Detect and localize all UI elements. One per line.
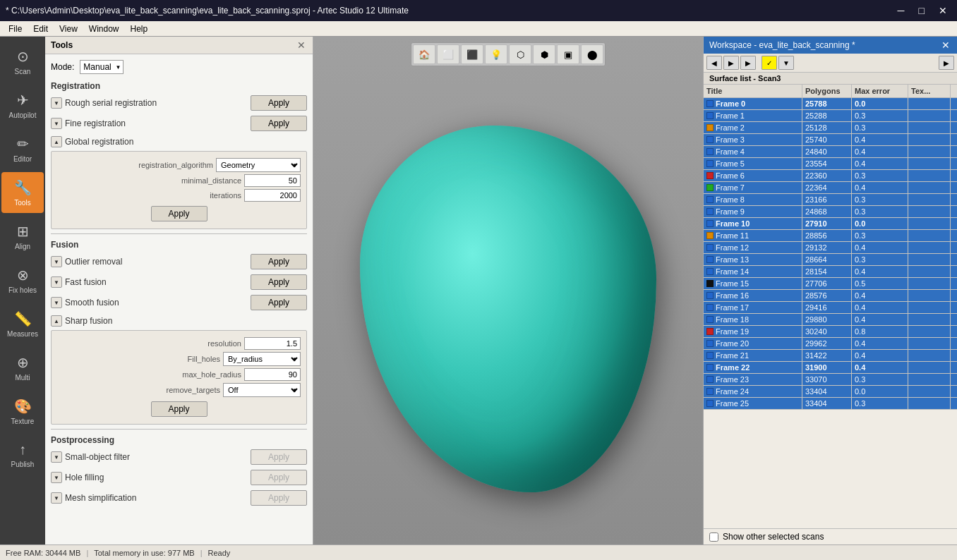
shaded-button[interactable]: ⬤ [581,44,603,64]
global-reg-collapse[interactable]: ▲ [51,136,62,147]
iso-view-button[interactable]: ⬛ [461,44,483,64]
viewport[interactable]: 🏠 ⬜ ⬛ 💡 ⬡ ⬢ ▣ ⬤ [313,37,703,544]
table-row[interactable]: Frame 11 28856 0.3 [704,230,957,242]
show-other-checkbox[interactable] [709,532,718,542]
hole-filling-collapse[interactable]: ▼ [51,472,62,483]
ws-check-button[interactable]: ✓ [762,56,777,70]
iterations-input[interactable] [244,189,301,202]
small-object-collapse[interactable]: ▼ [51,451,62,463]
sharp-fusion-collapse[interactable]: ▲ [51,315,62,327]
fine-reg-collapse[interactable]: ▼ [51,118,62,129]
algorithm-select[interactable]: Geometry Texture Geometry+Texture [216,158,301,172]
frame-polygons-cell: 22364 [802,182,852,193]
home-view-button[interactable]: 🏠 [413,44,435,64]
front-view-button[interactable]: ⬜ [437,44,459,64]
table-row[interactable]: Frame 4 24840 0.4 [704,146,957,158]
frame-name: Frame 3 [716,135,745,144]
workspace-close-button[interactable]: ✕ [940,39,951,51]
table-row[interactable]: Frame 9 24868 0.3 [704,206,957,218]
maximize-button[interactable]: □ [915,4,929,18]
table-row[interactable]: Frame 15 27706 0.5 [704,278,957,290]
frame-color-swatch [706,124,714,131]
close-button[interactable]: ✕ [934,4,951,18]
fast-fusion-collapse[interactable]: ▼ [51,276,62,288]
table-row[interactable]: Frame 2 25128 0.3 [704,122,957,134]
ws-forward-button[interactable]: ▶ [723,56,739,70]
menu-view[interactable]: View [54,23,83,35]
resolution-input[interactable] [244,337,301,350]
table-row[interactable]: Frame 8 23166 0.3 [704,194,957,206]
tools-close-button[interactable]: ✕ [296,39,307,51]
smooth-fusion-collapse[interactable]: ▼ [51,297,62,308]
table-row[interactable]: Frame 17 29416 0.4 [704,302,957,314]
sidebar-item-tools[interactable]: 🔧 Tools [1,172,44,213]
table-row[interactable]: Frame 7 22364 0.4 [704,182,957,194]
title-text: * C:\Users\Admin\Desktop\eva_lite_back_s… [6,6,409,16]
remove-targets-select[interactable]: Off On [223,383,301,397]
table-row[interactable]: Frame 23 33070 0.3 [704,374,957,386]
hole-filling-row: ▼ Hole filling Apply [51,468,307,487]
table-row[interactable]: Frame 18 29880 0.4 [704,314,957,326]
outlier-collapse[interactable]: ▼ [51,256,62,267]
menu-file[interactable]: File [3,23,28,35]
solid-button[interactable]: ⬢ [533,44,555,64]
smooth-fusion-apply-button[interactable]: Apply [251,295,307,310]
minimize-button[interactable]: ─ [893,4,909,18]
table-row[interactable]: Frame 12 29132 0.4 [704,242,957,254]
wireframe-button[interactable]: ⬡ [509,44,531,64]
ws-back-button[interactable]: ◀ [706,56,722,70]
sidebar-item-editor[interactable]: ✏ Editor [1,128,44,169]
menu-help[interactable]: Help [125,23,154,35]
fine-reg-apply-button[interactable]: Apply [251,116,307,131]
mode-select[interactable]: Manual Auto [80,60,124,74]
ws-dropdown-button[interactable]: ▼ [778,56,794,70]
fill-holes-select[interactable]: By_radius All None [223,352,301,366]
table-row[interactable]: Frame 24 33404 0.0 [704,386,957,398]
sidebar-item-measures[interactable]: 📏 Measures [1,303,44,344]
global-reg-apply-button[interactable]: Apply [151,206,207,221]
table-row[interactable]: Frame 22 31900 0.4 [704,362,957,374]
sidebar-item-scan[interactable]: ⊙ Scan [1,41,44,82]
texture-view-button[interactable]: ▣ [557,44,579,64]
frame-tex-cell [908,242,951,253]
sidebar-item-publish[interactable]: ↑ Publish [1,434,44,475]
table-row[interactable]: Frame 0 25788 0.0 [704,98,957,110]
table-row[interactable]: Frame 14 28154 0.4 [704,266,957,278]
table-row[interactable]: Frame 16 28576 0.4 [704,290,957,302]
sidebar-item-autopilot[interactable]: ✈ Autopilot [1,85,44,126]
max-hole-radius-input[interactable] [244,368,301,381]
table-row[interactable]: Frame 3 25740 0.4 [704,134,957,146]
ws-play2-button[interactable]: ▶ [939,56,954,70]
sidebar-item-texture[interactable]: 🎨 Texture [1,391,44,432]
min-distance-input[interactable] [244,174,301,187]
menu-window[interactable]: Window [83,23,125,35]
sidebar-item-align[interactable]: ⊞ Align [1,216,44,257]
table-row[interactable]: Frame 19 30240 0.8 [704,326,957,338]
table-row[interactable]: Frame 25 33404 0.3 [704,398,957,410]
table-row[interactable]: Frame 13 28664 0.3 [704,254,957,266]
table-row[interactable]: Frame 1 25288 0.3 [704,110,957,122]
frame-title-cell: Frame 2 [704,122,802,133]
light-button[interactable]: 💡 [485,44,507,64]
rough-serial-collapse[interactable]: ▼ [51,97,62,109]
table-row[interactable]: Frame 10 27910 0.0 [704,218,957,230]
small-object-apply-button[interactable]: Apply [251,449,307,465]
table-row[interactable]: Frame 5 23554 0.4 [704,158,957,170]
frame-polygons-cell: 33404 [802,398,852,409]
frame-title-cell: Frame 11 [704,230,802,241]
sidebar-item-fix-holes[interactable]: ⊗ Fix holes [1,260,44,300]
sharp-fusion-apply-button[interactable]: Apply [151,401,207,417]
outlier-apply-button[interactable]: Apply [251,254,307,269]
table-row[interactable]: Frame 6 22360 0.3 [704,170,957,182]
hole-filling-apply-button[interactable]: Apply [251,470,307,485]
rough-serial-apply-button[interactable]: Apply [251,95,307,111]
mesh-simplification-collapse[interactable]: ▼ [51,492,62,504]
table-row[interactable]: Frame 21 31422 0.4 [704,350,957,362]
ws-play-button[interactable]: ▶ [740,56,756,70]
table-row[interactable]: Frame 20 29962 0.4 [704,338,957,350]
autopilot-label: Autopilot [9,111,37,119]
sidebar-item-multi[interactable]: ⊕ Multi [1,347,44,388]
fast-fusion-apply-button[interactable]: Apply [251,274,307,290]
mesh-simplification-apply-button[interactable]: Apply [251,490,307,506]
menu-edit[interactable]: Edit [28,23,54,35]
